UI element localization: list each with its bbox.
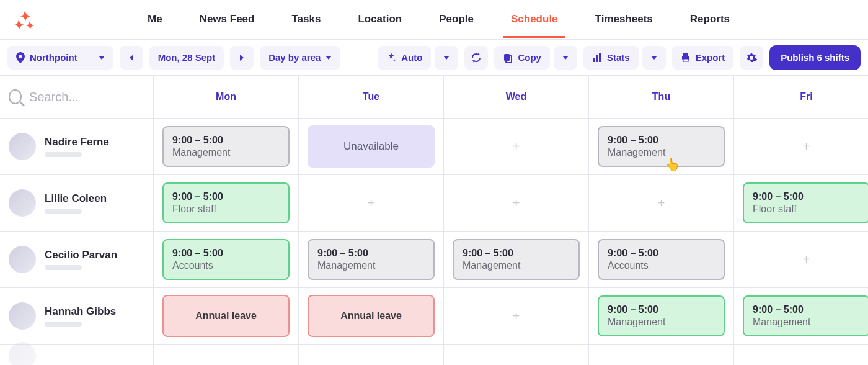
avatar bbox=[9, 302, 36, 330]
nav-item-schedule[interactable]: Schedule bbox=[492, 2, 577, 38]
nav-item-news-feed[interactable]: News Feed bbox=[181, 2, 273, 38]
shift-card[interactable]: 9:00 – 5:00Management bbox=[598, 295, 725, 336]
schedule-cell: + bbox=[444, 119, 589, 174]
shift-time: 9:00 – 5:00 bbox=[753, 191, 860, 202]
app-logo[interactable] bbox=[14, 9, 36, 31]
stats-label: Stats bbox=[607, 52, 630, 63]
unavailable-block[interactable]: Unavailable bbox=[308, 125, 435, 168]
shift-time: 9:00 – 5:00 bbox=[172, 191, 280, 202]
refresh-button[interactable] bbox=[464, 46, 488, 70]
nav-item-people[interactable]: People bbox=[420, 2, 492, 38]
leave-block[interactable]: Annual leave bbox=[162, 295, 290, 337]
leave-block[interactable]: Annual leave bbox=[308, 295, 435, 337]
copy-button[interactable]: Copy bbox=[494, 46, 550, 70]
schedule-cell bbox=[154, 345, 299, 365]
add-shift-button[interactable]: + bbox=[366, 197, 377, 209]
schedule-cell: + bbox=[299, 175, 444, 231]
avatar bbox=[9, 133, 36, 160]
svg-rect-4 bbox=[599, 53, 601, 62]
copy-label: Copy bbox=[518, 52, 541, 63]
shift-card[interactable]: 9:00 – 5:00Management bbox=[743, 295, 868, 336]
date-picker[interactable]: Mon, 28 Sept bbox=[149, 46, 224, 70]
printer-icon bbox=[681, 53, 691, 62]
date-next-button[interactable] bbox=[230, 46, 254, 70]
stats-menu-button[interactable] bbox=[642, 46, 666, 70]
publish-label: Publish 6 shifts bbox=[781, 52, 849, 63]
add-shift-button[interactable]: + bbox=[656, 197, 667, 209]
copy-menu-button[interactable] bbox=[554, 46, 577, 70]
schedule-cell bbox=[299, 345, 444, 365]
nav-item-me[interactable]: Me bbox=[129, 2, 181, 38]
schedule-cell: + bbox=[589, 175, 734, 231]
chevron-left-icon bbox=[130, 55, 133, 61]
shift-time: 9:00 – 5:00 bbox=[753, 304, 860, 315]
svg-rect-3 bbox=[596, 55, 598, 62]
shift-time: 9:00 – 5:00 bbox=[172, 248, 280, 259]
nav-item-timesheets[interactable]: Timesheets bbox=[577, 2, 671, 38]
schedule-cell: 9:00 – 5:00Management bbox=[154, 119, 299, 174]
shift-time: 9:00 – 5:00 bbox=[317, 248, 425, 259]
shift-time: 9:00 – 5:00 bbox=[463, 248, 570, 259]
day-label: Wed bbox=[506, 91, 526, 102]
person-row: Hannah GibbsAnnual leaveAnnual leave+9:0… bbox=[0, 288, 868, 345]
date-prev-button[interactable] bbox=[120, 46, 143, 70]
shift-card[interactable]: 9:00 – 5:00Accounts bbox=[598, 239, 725, 280]
schedule-cell: 9:00 – 5:00Floor staff bbox=[734, 175, 868, 231]
shift-card[interactable]: 9:00 – 5:00Management bbox=[598, 126, 725, 167]
block-label: Annual leave bbox=[195, 310, 257, 322]
shift-card[interactable]: 9:00 – 5:00Management bbox=[162, 126, 290, 167]
nav-item-tasks[interactable]: Tasks bbox=[273, 2, 339, 38]
chevron-down-icon bbox=[562, 56, 569, 60]
view-switcher[interactable]: Day by area bbox=[260, 46, 340, 70]
schedule-cell: 9:00 – 5:00Management👆 bbox=[589, 119, 734, 174]
schedule-cell: 9:00 – 5:00Management bbox=[589, 288, 734, 344]
person-cell[interactable]: Nadire Ferne bbox=[0, 119, 154, 174]
shift-card[interactable]: 9:00 – 5:00Floor staff bbox=[743, 182, 868, 223]
person-row bbox=[0, 345, 868, 365]
schedule-cell: Unavailable bbox=[299, 119, 444, 174]
settings-button[interactable] bbox=[740, 46, 763, 70]
person-subline bbox=[45, 152, 82, 157]
location-picker[interactable]: Northpoint bbox=[7, 46, 113, 70]
shift-area: Accounts bbox=[608, 260, 715, 271]
auto-menu-button[interactable] bbox=[435, 46, 458, 70]
shift-card[interactable]: 9:00 – 5:00Management bbox=[453, 239, 580, 280]
refresh-icon bbox=[471, 52, 482, 63]
auto-label: Auto bbox=[401, 52, 422, 63]
person-cell[interactable] bbox=[0, 345, 154, 365]
add-shift-button[interactable]: + bbox=[511, 141, 522, 152]
sparkle-icon bbox=[386, 53, 396, 63]
chevron-down-icon bbox=[651, 56, 657, 60]
add-shift-button[interactable]: + bbox=[511, 310, 522, 322]
nav-item-reports[interactable]: Reports bbox=[671, 2, 748, 38]
shift-card[interactable]: 9:00 – 5:00Accounts bbox=[162, 239, 290, 280]
shift-card[interactable]: 9:00 – 5:00Management bbox=[308, 239, 435, 280]
search-input[interactable] bbox=[28, 89, 144, 105]
person-cell[interactable]: Cecilio Parvan bbox=[0, 232, 154, 287]
chevron-down-icon bbox=[443, 56, 450, 60]
nav-item-location[interactable]: Location bbox=[339, 2, 420, 38]
person-subline bbox=[45, 209, 82, 214]
person-row: Cecilio Parvan9:00 – 5:00Accounts9:00 – … bbox=[0, 232, 868, 288]
add-shift-button[interactable]: + bbox=[801, 254, 812, 265]
person-cell[interactable]: Hannah Gibbs bbox=[0, 288, 154, 344]
add-shift-button[interactable]: + bbox=[511, 197, 522, 209]
schedule-grid: Mon Tue Wed Thu Fri Nadire Ferne9:00 – 5… bbox=[0, 76, 868, 365]
export-label: Export bbox=[696, 52, 725, 63]
shift-area: Management bbox=[172, 147, 280, 158]
person-name: Lillie Coleen bbox=[45, 192, 107, 205]
add-shift-button[interactable]: + bbox=[801, 141, 812, 152]
shift-card[interactable]: 9:00 – 5:00Floor staff bbox=[162, 182, 290, 223]
auto-button[interactable]: Auto bbox=[378, 46, 431, 70]
day-header: Wed bbox=[444, 76, 589, 118]
export-button[interactable]: Export bbox=[672, 46, 734, 70]
publish-button[interactable]: Publish 6 shifts bbox=[769, 45, 861, 70]
toolbar: Northpoint Mon, 28 Sept Day by area Auto… bbox=[0, 40, 868, 76]
day-label: Mon bbox=[216, 91, 236, 102]
view-label: Day by area bbox=[268, 52, 321, 63]
shift-time: 9:00 – 5:00 bbox=[172, 135, 280, 146]
stats-button[interactable]: Stats bbox=[583, 46, 639, 70]
search-cell bbox=[0, 76, 154, 118]
person-cell[interactable]: Lillie Coleen bbox=[0, 175, 154, 231]
day-header: Mon bbox=[154, 76, 299, 118]
